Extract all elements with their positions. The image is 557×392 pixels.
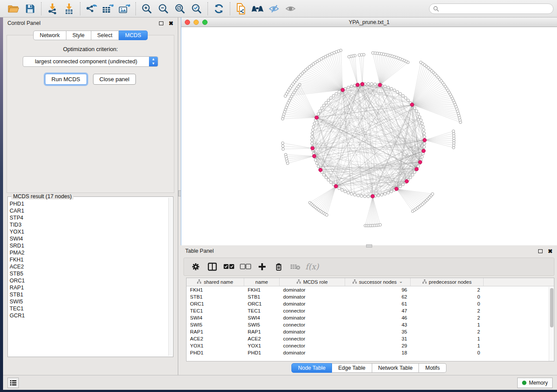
horizontal-splitter-grip[interactable]	[366, 244, 372, 248]
network-edge[interactable]	[325, 186, 336, 214]
show-all-button[interactable]	[283, 2, 299, 16]
mcds-result-item[interactable]: SWI4	[10, 235, 168, 242]
network-node[interactable]	[315, 162, 318, 165]
network-edge[interactable]	[311, 186, 336, 204]
network-node[interactable]	[419, 116, 421, 118]
network-node[interactable]	[452, 130, 455, 132]
network-edge[interactable]	[373, 196, 377, 225]
column-header-predecessor-nodes[interactable]: predecessor nodes	[411, 278, 484, 286]
network-node[interactable]	[421, 155, 423, 158]
network-node[interactable]	[390, 87, 393, 90]
network-canvas[interactable]	[181, 27, 557, 245]
mcds-hub-node[interactable]	[318, 168, 322, 172]
delete-column-button[interactable]	[271, 260, 286, 274]
network-node[interactable]	[350, 193, 353, 195]
network-edge[interactable]	[293, 94, 317, 117]
network-node[interactable]	[404, 96, 407, 99]
table-scrollbar-thumb[interactable]	[550, 288, 554, 327]
network-edge[interactable]	[412, 62, 421, 105]
network-node[interactable]	[419, 61, 422, 64]
network-node[interactable]	[341, 189, 343, 191]
network-node[interactable]	[311, 139, 313, 141]
network-node[interactable]	[399, 93, 401, 95]
network-edge[interactable]	[295, 90, 317, 117]
network-node[interactable]	[311, 135, 313, 138]
table-row[interactable]: STB1STB1dominator620	[187, 293, 554, 300]
search-input[interactable]	[439, 6, 550, 12]
network-edge[interactable]	[425, 140, 453, 148]
mcds-result-item[interactable]: ACE2	[10, 263, 168, 270]
network-node[interactable]	[393, 89, 396, 92]
network-node[interactable]	[384, 85, 386, 88]
mcds-hub-node[interactable]	[360, 83, 364, 86]
network-edge[interactable]	[380, 57, 394, 85]
network-node[interactable]	[327, 99, 330, 102]
network-node[interactable]	[311, 142, 313, 145]
mcds-hub-node[interactable]	[341, 88, 344, 92]
table-row[interactable]: SWI5SWI5connector431	[187, 321, 554, 328]
mcds-hub-node[interactable]	[371, 194, 374, 198]
network-edge[interactable]	[287, 156, 314, 163]
table-scrollbar[interactable]	[549, 287, 554, 361]
mcds-result-list[interactable]: PHD1CAR1STP4TID3YOX1SWI4SRD1PMA2FKH1ACE2…	[10, 200, 168, 355]
split-view-button[interactable]	[205, 260, 220, 274]
mcds-hub-node[interactable]	[415, 167, 418, 171]
network-edge[interactable]	[397, 189, 432, 196]
network-node[interactable]	[322, 104, 325, 107]
close-table-panel-icon[interactable]: ✖	[548, 248, 553, 254]
mcds-result-item[interactable]: YOX1	[10, 228, 168, 235]
network-node[interactable]	[281, 142, 284, 144]
network-node[interactable]	[332, 94, 335, 97]
network-node[interactable]	[399, 185, 401, 188]
network-edge[interactable]	[363, 55, 364, 84]
mcds-result-item[interactable]: SWI5	[10, 298, 168, 305]
first-neighbors-button[interactable]	[249, 2, 266, 16]
import-table-button[interactable]	[61, 2, 77, 16]
tab-edge-table[interactable]: Edge Table	[332, 363, 372, 373]
network-node[interactable]	[325, 213, 328, 216]
clone-network-button[interactable]	[233, 2, 249, 16]
export-table-button[interactable]	[100, 2, 116, 16]
network-node[interactable]	[417, 113, 419, 115]
network-node[interactable]	[350, 85, 353, 88]
network-edge[interactable]	[317, 186, 336, 209]
network-node[interactable]	[344, 190, 346, 193]
table-row[interactable]: RAP1RAP1dominator352	[187, 328, 554, 335]
network-edge[interactable]	[283, 143, 312, 148]
zoom-selected-button[interactable]	[188, 2, 205, 16]
mcds-result-item[interactable]: FKH1	[10, 256, 168, 263]
column-header-shared-name[interactable]: shared name	[187, 278, 244, 286]
tab-mcds[interactable]: MCDS	[119, 31, 148, 40]
mcds-hub-node[interactable]	[356, 83, 359, 86]
network-node[interactable]	[390, 190, 393, 193]
network-node[interactable]	[282, 148, 284, 150]
table-row[interactable]: ACE2ACE2connector311	[187, 335, 554, 342]
mcds-result-item[interactable]: RAP1	[10, 284, 168, 291]
network-node[interactable]	[322, 173, 325, 176]
memory-button[interactable]: Memory	[517, 378, 553, 388]
network-node[interactable]	[281, 117, 284, 120]
network-node[interactable]	[360, 195, 363, 197]
network-node[interactable]	[423, 142, 426, 145]
table-settings-button[interactable]	[188, 260, 203, 274]
mcds-list-scrollbar[interactable]	[168, 198, 172, 356]
export-network-button[interactable]	[83, 2, 100, 16]
network-node[interactable]	[422, 129, 425, 131]
network-node[interactable]	[387, 192, 390, 194]
network-edge[interactable]	[380, 62, 408, 85]
network-node[interactable]	[409, 176, 412, 179]
network-edge[interactable]	[380, 59, 400, 85]
mcds-hub-node[interactable]	[423, 138, 426, 142]
run-mcds-button[interactable]: Run MCDS	[45, 74, 87, 85]
tab-network-table[interactable]: Network Table	[372, 363, 419, 373]
panel-menu-button[interactable]	[7, 378, 19, 388]
network-node[interactable]	[387, 86, 390, 89]
column-header-MCDS-role[interactable]: MCDS role	[280, 278, 345, 286]
mcds-hub-node[interactable]	[312, 154, 316, 158]
network-node[interactable]	[348, 55, 350, 58]
network-node[interactable]	[421, 122, 423, 125]
vertical-splitter[interactable]	[178, 17, 181, 375]
mcds-hub-node[interactable]	[394, 187, 398, 191]
network-node[interactable]	[384, 193, 386, 195]
network-edge[interactable]	[317, 62, 343, 90]
